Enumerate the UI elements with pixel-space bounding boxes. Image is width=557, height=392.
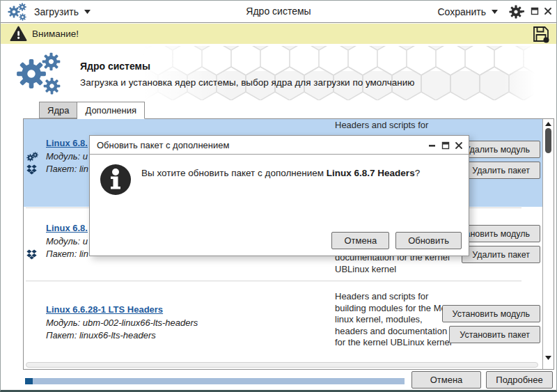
titlebar: Загрузить Ядро системы Сохранить (1, 1, 556, 23)
row-separator (26, 281, 521, 281)
scroll-down-icon[interactable] (545, 356, 551, 360)
minimize-icon[interactable] (428, 141, 437, 150)
update-package-dialog: Обновить пакет с дополнением Вы хотите о… (89, 135, 469, 256)
addon-module-line: Модуль: ubm-002-linux66-lts-headers (46, 317, 198, 328)
details-button[interactable]: Подробнее (486, 371, 553, 389)
scroll-up-icon[interactable] (545, 122, 551, 126)
horizontal-scrollbar[interactable] (26, 362, 538, 368)
dialog-message: Вы хотите обновить пакет с дополнением L… (141, 168, 420, 178)
addon-actions: Установить модуль Установить пакет (442, 305, 540, 343)
page-header: Ядро системы Загрузка и установка ядер с… (1, 44, 556, 102)
install-module-button[interactable]: Установить модуль (442, 305, 540, 322)
dialog-message-subject: Linux 6.8.7 Headers (327, 168, 415, 178)
info-circle-icon (100, 164, 132, 196)
application-window: Загрузить Ядро системы Сохранить Внимани… (0, 0, 557, 392)
header-gears-icon (16, 52, 62, 95)
close-icon[interactable] (544, 7, 552, 15)
progress-bar (25, 378, 405, 384)
tab-bar: Ядра Дополнения (39, 102, 145, 118)
module-gears-icon (26, 152, 38, 162)
page-title: Ядро системы (80, 61, 150, 72)
progress-fill (25, 378, 33, 384)
tab-kernels[interactable]: Ядра (39, 102, 77, 118)
maximize-icon[interactable] (531, 7, 539, 15)
addon-module-line: Модуль: u (46, 236, 88, 246)
addon-description: Headers and scripts for (335, 120, 457, 132)
addon-description: Headers and scripts for building modules… (335, 291, 457, 349)
remove-package-button[interactable]: Удалить пакет (462, 162, 540, 179)
remove-package-button[interactable]: Удалить пакет (462, 246, 540, 263)
addon-module-line: Модуль: u (46, 151, 88, 162)
addon-package-line: Пакет: lin (46, 249, 88, 259)
install-package-button[interactable]: Установить пакет (449, 326, 540, 343)
page-subtitle: Загрузка и установка ядер системы, выбор… (80, 77, 414, 88)
dialog-message-suffix: ? (415, 168, 421, 178)
addon-title-link[interactable]: Linux 6.8. (46, 138, 88, 148)
close-icon[interactable] (455, 141, 463, 150)
dialog-update-button[interactable]: Обновить (395, 232, 462, 249)
chevron-down-icon (492, 10, 498, 14)
window-controls (517, 7, 552, 15)
scrollbar-thumb[interactable] (545, 128, 551, 153)
dialog-window-controls (428, 141, 463, 150)
minimize-icon[interactable] (517, 7, 526, 15)
addon-title-link[interactable]: Linux 6.6.28-1 LTS Headers (46, 304, 163, 315)
package-box-icon (26, 164, 37, 175)
dialog-titlebar: Обновить пакет с дополнением (90, 136, 469, 155)
warning-bar: Внимание! (1, 24, 556, 44)
addon-package-line: Пакет: linux66-lts-headers (46, 330, 156, 340)
cancel-button[interactable]: Отмена (411, 371, 481, 389)
dialog-actions: Отмена Обновить (331, 232, 462, 249)
warning-label: Внимание! (32, 29, 79, 39)
hexagon-pattern (143, 46, 535, 100)
save-label: Сохранить (437, 6, 486, 17)
dialog-cancel-button[interactable]: Отмена (331, 232, 389, 249)
addon-package-line: Пакет: lin (46, 164, 88, 174)
dialog-message-prefix: Вы хотите обновить пакет с дополнением (141, 168, 327, 178)
tab-addons[interactable]: Дополнения (77, 102, 145, 119)
warning-triangle-icon (10, 26, 27, 42)
addon-title-link[interactable]: Linux 6.8. (46, 223, 88, 233)
dialog-title: Обновить пакет с дополнением (97, 140, 229, 150)
maximize-icon[interactable] (441, 141, 450, 150)
save-dropdown-button[interactable]: Сохранить (437, 1, 498, 22)
floppy-disk-icon[interactable] (532, 25, 550, 43)
vertical-scrollbar[interactable] (542, 119, 554, 369)
package-box-icon (26, 249, 37, 260)
